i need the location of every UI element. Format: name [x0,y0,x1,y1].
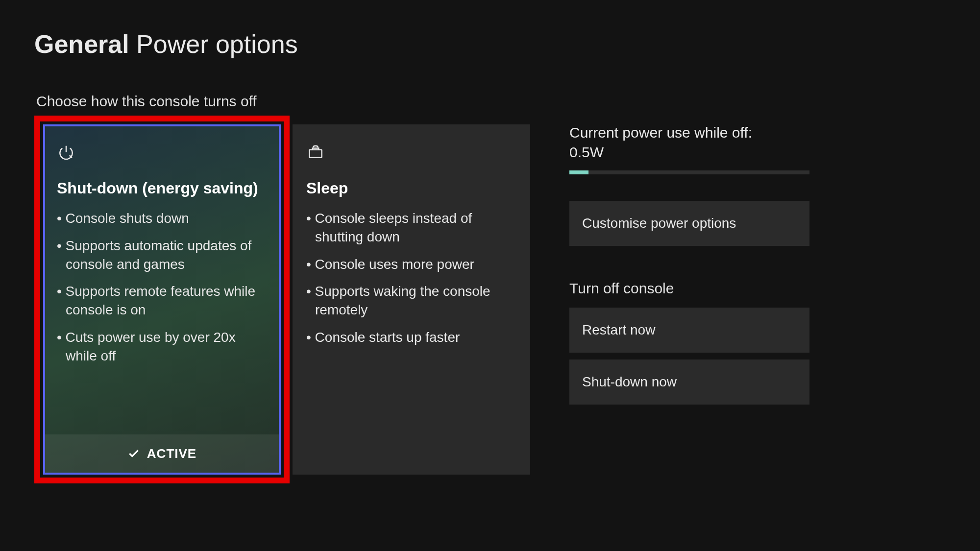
bullet: Supports waking the console remotely [306,282,516,319]
page-title-name: Power options [136,30,298,58]
customise-power-options-button[interactable]: Customise power options [569,201,809,246]
power-option-shutdown[interactable]: Shut-down (energy saving) Console shuts … [43,124,281,475]
bullet: Supports automatic updates of console an… [57,237,267,274]
bullet: Console shuts down [57,209,267,228]
svg-rect-0 [309,150,321,158]
bullet: Console sleeps instead of shutting down [306,209,516,246]
power-eco-icon [57,141,267,165]
power-use-meter [569,170,809,174]
active-indicator: ACTIVE [45,434,279,473]
card-bullets-shutdown: Console shuts down Supports automatic up… [57,209,267,374]
card-bullets-sleep: Console sleeps instead of shutting down … [306,209,516,356]
power-use-label: Current power use while off: [569,124,809,141]
card-title-shutdown: Shut-down (energy saving) [57,179,267,197]
turn-off-label: Turn off console [569,280,809,297]
power-use-value: 0.5W [569,144,809,161]
active-label: ACTIVE [147,446,196,461]
shutdown-now-button[interactable]: Shut-down now [569,359,809,405]
power-use-meter-fill [569,170,588,174]
sleep-icon [306,141,516,165]
page-title: General Power options [34,29,946,59]
page-title-category: General [34,30,129,58]
section-heading: Choose how this console turns off [36,93,946,110]
annotation-highlight: Shut-down (energy saving) Console shuts … [34,116,290,483]
bullet: Supports remote features while console i… [57,282,267,319]
bullet: Console uses more power [306,255,516,274]
restart-now-button[interactable]: Restart now [569,308,809,353]
card-title-sleep: Sleep [306,179,516,197]
power-option-sleep[interactable]: Sleep Console sleeps instead of shutting… [293,124,530,475]
check-icon [127,447,140,460]
bullet: Cuts power use by over 20x while off [57,328,267,365]
bullet: Console starts up faster [306,328,516,347]
